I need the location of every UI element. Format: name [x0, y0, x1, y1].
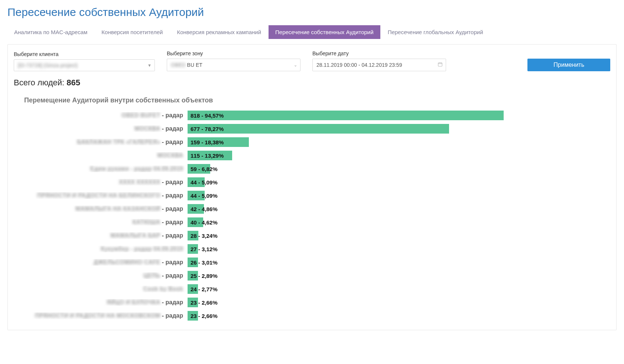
chart-row: ЯЙЦО И БУЛОЧКА - радар23 - 2,66%: [24, 297, 610, 308]
chart-row: ПРЯНОСТИ И РАДОСТИ НА БЕЛИНСКОГО - радар…: [24, 190, 610, 201]
chart-row: XXXX XXXXXX - радар44 - 5,09%: [24, 177, 610, 187]
chart-bar-value: 818 - 94,57%: [191, 110, 224, 121]
chart-row-label: МАМАЛЫГА БАР - радар: [24, 232, 188, 239]
chart-bar-area: 115 - 13,29%: [188, 150, 610, 161]
summary: Всего людей: 865: [14, 78, 610, 88]
chart-bar-area: 159 - 18,38%: [188, 137, 610, 147]
chart-bar-value: 40 - 4,62%: [191, 217, 218, 227]
chart-row-label: МОСКВА - радар: [24, 125, 188, 132]
chart-bar-area: 44 - 5,09%: [188, 177, 610, 187]
client-filter-label: Выберите клиента: [14, 51, 155, 57]
chart-row: Cook by Book24 - 2,77%: [24, 284, 610, 294]
chart-bar: [188, 124, 449, 134]
chart-bar-value: 59 - 6,82%: [191, 164, 218, 174]
chevron-down-icon: ▼: [147, 63, 152, 68]
zone-select[interactable]: OBED BU ET ⌄: [167, 59, 300, 71]
chart-row: OBED BUFET - радар818 - 94,57%: [24, 110, 610, 121]
chart-row-label: Cook by Book: [24, 286, 188, 292]
chart-row: БАКЛАЖАН ТРК «ГАЛЕРЕЯ» - радар159 - 18,3…: [24, 137, 610, 147]
chart-title: Перемещение Аудиторий внутри собственных…: [24, 96, 610, 104]
chart-bar-area: 24 - 2,77%: [188, 284, 610, 294]
chart-row-label: МОСКВА: [24, 152, 188, 159]
chart-row-label: БАКЛАЖАН ТРК «ГАЛЕРЕЯ» - радар: [24, 139, 188, 145]
chart-bar-area: 28 - 3,24%: [188, 230, 610, 241]
tabs: Аналитика по MAC-адресамКонверсия посети…: [7, 25, 617, 39]
chart-row: МОСКВА115 - 13,29%: [24, 150, 610, 161]
chart-bar-area: 44 - 5,09%: [188, 190, 610, 201]
chart-bar-value: 115 - 13,29%: [191, 150, 224, 161]
tab-1[interactable]: Конверсия посетителей: [95, 25, 169, 39]
tab-0[interactable]: Аналитика по MAC-адресам: [7, 25, 94, 39]
chart-row: ДЖЕЛЬСОМИНО CAFE - радар26 - 3,01%: [24, 257, 610, 268]
chart-row-label: Едим руками - радар 04.09.2019: [24, 165, 188, 172]
chart-bar-value: 26 - 3,01%: [191, 257, 218, 268]
chart-bar-area: 59 - 6,82%: [188, 164, 610, 174]
chart-row: КАТЮША - радар40 - 4,62%: [24, 217, 610, 227]
chart-bar-value: 677 - 78,27%: [191, 124, 224, 134]
date-range-value: 28.11.2019 00:00 - 04.12.2019 23:59: [316, 62, 402, 68]
zone-select-value-masked: OBED: [171, 62, 186, 68]
client-select-value: [ID-73728] (Ginza project): [18, 62, 78, 68]
zone-select-value-suffix: BU ET: [186, 62, 202, 68]
chart-bar-value: 28 - 3,24%: [191, 230, 218, 241]
chart-row-label: МАМАЛЫГА НА КАЗАНСКОЙ - радар: [24, 206, 188, 212]
chart-bar-area: 23 - 2,66%: [188, 311, 610, 321]
chart-row: МОСКВА - радар677 - 78,27%: [24, 124, 610, 134]
tab-3[interactable]: Пересечение собственных Аудиторий: [269, 25, 380, 39]
chart-bar-area: 42 - 4,86%: [188, 204, 610, 214]
chevron-down-icon: ⌄: [294, 63, 297, 68]
chart-bar: [188, 111, 504, 120]
chart-row-label: КАТЮША - радар: [24, 219, 188, 226]
chart-bar-area: 40 - 4,62%: [188, 217, 610, 227]
chart-bar-value: 42 - 4,86%: [191, 204, 218, 214]
chart-row: ПРЯНОСТИ И РАДОСТИ НА МОСКОВСКОМ - радар…: [24, 311, 610, 321]
date-range-input[interactable]: 28.11.2019 00:00 - 04.12.2019 23:59: [312, 59, 446, 71]
chart-row: ЦЕПЬ - радар25 - 2,89%: [24, 270, 610, 281]
client-select[interactable]: [ID-73728] (Ginza project) ▼: [14, 59, 155, 71]
date-filter-label: Выберите дату: [312, 50, 446, 56]
chart-row: Кукумбер - радар 04.09.201927 - 3,12%: [24, 244, 610, 254]
chart-row-label: XXXX XXXXXX - радар: [24, 179, 188, 186]
chart-row: МАМАЛЫГА БАР - радар28 - 3,24%: [24, 230, 610, 241]
chart-row-label: ЯЙЦО И БУЛОЧКА - радар: [24, 299, 188, 306]
chart-row-label: ДЖЕЛЬСОМИНО CAFE - радар: [24, 259, 188, 266]
chart-row: МАМАЛЫГА НА КАЗАНСКОЙ - радар42 - 4,86%: [24, 204, 610, 214]
chart-bar-value: 44 - 5,09%: [191, 177, 218, 187]
page-title: Пересечение собственных Аудиторий: [7, 6, 617, 19]
chart-bar-value: 23 - 2,66%: [191, 311, 218, 321]
chart-row-label: ПРЯНОСТИ И РАДОСТИ НА БЕЛИНСКОГО - радар: [24, 192, 188, 199]
chart-bar-value: 24 - 2,77%: [191, 284, 218, 294]
svg-rect-0: [438, 63, 442, 66]
chart-row-label: OBED BUFET - радар: [24, 112, 188, 119]
chart-bar-area: 677 - 78,27%: [188, 124, 610, 134]
chart-bar-value: 159 - 18,38%: [191, 137, 224, 147]
tab-4[interactable]: Пересечение глобальных Аудиторий: [381, 25, 490, 39]
calendar-icon: [438, 62, 443, 68]
zone-filter-label: Выберите зону: [167, 50, 300, 56]
chart-bar-value: 44 - 5,09%: [191, 190, 218, 201]
bar-chart: OBED BUFET - радар818 - 94,57%МОСКВА - р…: [14, 110, 610, 321]
chart-bar-area: 23 - 2,66%: [188, 297, 610, 308]
summary-label: Всего людей:: [14, 78, 66, 87]
tab-2[interactable]: Конверсия рекламных кампаний: [170, 25, 268, 39]
chart-bar-area: 818 - 94,57%: [188, 110, 610, 121]
chart-row: Едим руками - радар 04.09.201959 - 6,82%: [24, 164, 610, 174]
chart-bar-area: 27 - 3,12%: [188, 244, 610, 254]
summary-count: 865: [66, 78, 80, 87]
chart-bar-area: 26 - 3,01%: [188, 257, 610, 268]
chart-bar-value: 25 - 2,89%: [191, 270, 218, 281]
main-panel: Выберите клиента [ID-73728] (Ginza proje…: [7, 44, 617, 330]
chart-row-label: Кукумбер - радар 04.09.2019: [24, 246, 188, 252]
apply-button[interactable]: Применить: [527, 59, 610, 71]
chart-bar-value: 23 - 2,66%: [191, 297, 218, 308]
chart-row-label: ПРЯНОСТИ И РАДОСТИ НА МОСКОВСКОМ - радар: [24, 312, 188, 319]
chart-bar-area: 25 - 2,89%: [188, 270, 610, 281]
chart-row-label: ЦЕПЬ - радар: [24, 272, 188, 279]
chart-bar-value: 27 - 3,12%: [191, 244, 218, 254]
